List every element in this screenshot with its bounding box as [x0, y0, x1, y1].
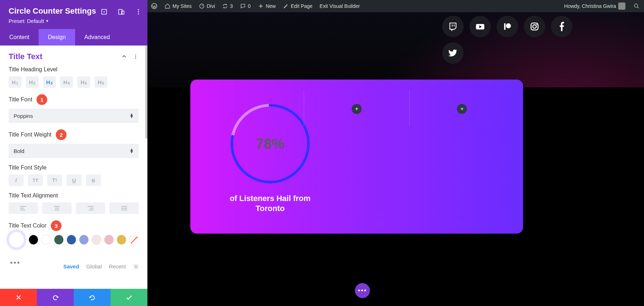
builder-fab[interactable]: •••	[355, 283, 370, 298]
swatch-blue[interactable]	[67, 235, 76, 245]
wp-comments[interactable]: 0	[240, 3, 251, 9]
label-title-font-style: Title Font Style	[9, 164, 139, 171]
footer-saved[interactable]: Saved	[63, 263, 79, 269]
preview-canvas: My Sites Divi 3 0	[147, 0, 644, 306]
swatch-white[interactable]	[41, 235, 51, 245]
wp-comments-count: 0	[248, 3, 251, 9]
redo-button[interactable]	[74, 289, 111, 306]
stats-card: 78% of Listeners Hail from Toronto + +	[190, 80, 523, 234]
swatch-cream[interactable]	[92, 235, 101, 245]
social-twitter[interactable]	[442, 42, 464, 64]
wp-new-label: New	[266, 3, 276, 9]
swatch-pink[interactable]	[104, 235, 114, 245]
comment-icon	[240, 3, 246, 9]
panel-body: Title Text Title Heading Level H1 H2 H3 …	[0, 46, 147, 289]
undo-button[interactable]	[37, 289, 74, 306]
social-youtube[interactable]	[469, 16, 491, 37]
avatar	[618, 3, 625, 10]
more-icon[interactable]: •••	[10, 258, 20, 267]
label-heading-level: Title Heading Level	[9, 66, 139, 73]
svg-point-7	[135, 54, 136, 55]
wp-divi[interactable]: Divi	[199, 3, 215, 9]
wp-my-sites[interactable]: My Sites	[165, 3, 192, 9]
social-patreon[interactable]	[497, 16, 518, 37]
style-strikethrough[interactable]: S	[86, 174, 101, 186]
panel-tabs: Content Design Advanced	[0, 29, 147, 46]
align-left[interactable]	[9, 202, 38, 214]
svg-point-1	[103, 11, 104, 12]
style-smallcaps[interactable]: TT	[47, 174, 62, 186]
wp-updates[interactable]: 3	[222, 3, 233, 9]
wp-logo[interactable]	[151, 3, 157, 9]
style-uppercase[interactable]: TT	[28, 174, 43, 186]
title-font-select[interactable]: Poppins ▲▼	[9, 109, 139, 123]
swatch-none[interactable]	[129, 235, 139, 245]
house-icon	[165, 3, 170, 9]
tab-design[interactable]: Design	[39, 29, 75, 46]
social-instagram[interactable]	[524, 16, 545, 37]
settings-panel: Circle Counter Settings Preset: Default …	[0, 0, 147, 306]
refresh-icon	[222, 3, 228, 9]
panel-header: Circle Counter Settings Preset: Default …	[0, 0, 147, 29]
wp-howdy[interactable]: Howdy, Christina Gwira	[564, 3, 625, 10]
svg-point-30	[634, 4, 638, 7]
label-title-alignment: Title Text Alignment	[9, 192, 139, 199]
swatch-lightblue[interactable]	[79, 235, 89, 245]
annotation-badge-2: 2	[56, 129, 67, 140]
add-module-button[interactable]: +	[457, 104, 467, 114]
select-chevron-icon: ▲▼	[130, 113, 134, 118]
collapse-icon[interactable]	[121, 53, 127, 60]
section-kebab-icon[interactable]	[132, 53, 139, 60]
responsive-icon[interactable]	[117, 8, 125, 16]
counter-value: 78%	[228, 101, 313, 186]
footer-global[interactable]: Global	[86, 263, 102, 269]
annotation-badge-3: 3	[51, 220, 62, 231]
search-icon[interactable]	[633, 2, 640, 10]
expand-icon[interactable]	[100, 8, 108, 16]
preset-dropdown[interactable]: Preset: Default ▼	[9, 18, 139, 24]
align-justify[interactable]	[109, 202, 139, 214]
gauge-icon	[199, 3, 205, 9]
wp-edit-page[interactable]: Edit Page	[283, 3, 313, 9]
social-facebook[interactable]	[551, 16, 572, 37]
footer-recent[interactable]: Recent	[109, 263, 126, 269]
wp-exit-builder-label: Exit Visual Builder	[319, 3, 360, 9]
label-title-color-text: Title Text Color	[9, 223, 47, 229]
add-module-button[interactable]: +	[352, 104, 362, 114]
wp-admin-bar: My Sites Divi 3 0	[147, 0, 644, 12]
hero-section	[147, 12, 644, 87]
align-center[interactable]	[42, 202, 72, 214]
gear-icon[interactable]	[133, 264, 139, 269]
title-font-weight-select[interactable]: Bold ▲▼	[9, 144, 139, 158]
svg-point-35	[506, 23, 511, 28]
counter-title: of Listeners Hail from Toronto	[228, 193, 313, 213]
wp-edit-page-label: Edit Page	[291, 3, 313, 9]
swatch-gold[interactable]	[117, 235, 126, 245]
heading-h5[interactable]: H5	[77, 76, 90, 88]
swatch-green[interactable]	[54, 235, 64, 245]
label-title-font: Title Font 1	[9, 94, 139, 105]
save-button[interactable]	[111, 289, 147, 306]
align-right[interactable]	[76, 202, 105, 214]
wp-new[interactable]: New	[258, 3, 276, 9]
svg-line-31	[637, 7, 639, 8]
kebab-menu-icon[interactable]	[135, 8, 142, 16]
heading-h2[interactable]: H2	[26, 76, 39, 88]
svg-point-6	[138, 13, 139, 14]
social-twitch[interactable]	[442, 16, 464, 37]
style-underline[interactable]: U	[67, 174, 82, 186]
svg-point-9	[135, 58, 136, 59]
heading-h3[interactable]: H3	[43, 76, 56, 88]
swatch-black[interactable]	[29, 235, 38, 245]
font-style-group: I TT TT U S	[9, 174, 139, 186]
style-italic[interactable]: I	[9, 174, 24, 186]
heading-h6[interactable]: H6	[94, 76, 107, 88]
svg-point-8	[135, 56, 136, 57]
swatch-current[interactable]	[9, 231, 24, 248]
wp-exit-builder[interactable]: Exit Visual Builder	[319, 3, 360, 9]
heading-h4[interactable]: H4	[60, 76, 73, 88]
heading-h1[interactable]: H1	[9, 76, 21, 88]
tab-advanced[interactable]: Advanced	[75, 29, 119, 46]
cancel-button[interactable]	[0, 289, 37, 306]
tab-content[interactable]: Content	[0, 29, 39, 46]
